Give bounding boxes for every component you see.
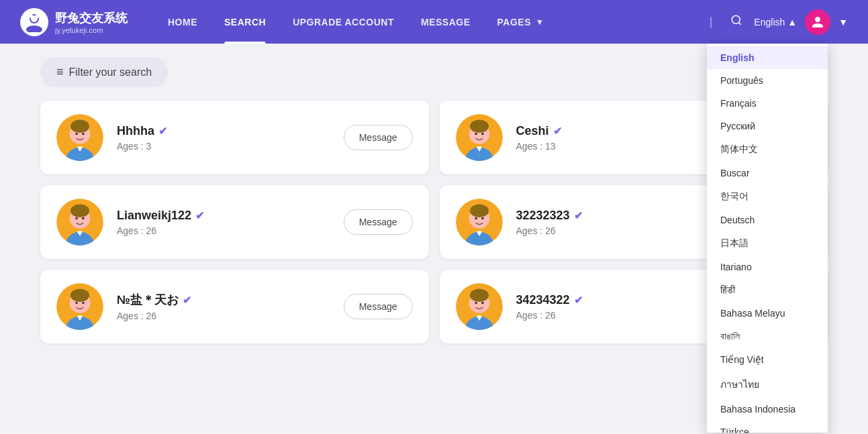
lang-option[interactable]: Buscar <box>707 162 828 184</box>
logo-title: 野兔交友系统 <box>55 10 128 26</box>
navbar-right: | English ▲ ▼ <box>703 9 848 35</box>
logo[interactable]: 野兔交友系统 jy.yetukeji.com <box>20 8 128 36</box>
svg-point-31 <box>82 302 85 305</box>
nav-home[interactable]: HOME <box>154 0 211 44</box>
svg-point-11 <box>82 133 85 135</box>
verified-icon: ✔ <box>574 294 583 307</box>
message-button[interactable]: Message <box>344 125 413 150</box>
profile-card: Lianweikj122 ✔ Ages : 26 Message <box>40 185 429 259</box>
svg-point-21 <box>82 217 85 220</box>
lang-option[interactable]: 한국어 <box>707 184 828 209</box>
search-icon[interactable] <box>727 11 746 33</box>
svg-point-5 <box>732 15 740 23</box>
svg-point-15 <box>475 133 477 135</box>
logo-subtitle: jy.yetukeji.com <box>55 26 128 34</box>
profile-info: Lianweikj122 ✔ Ages : 26 <box>117 209 330 236</box>
profile-avatar <box>56 199 103 246</box>
svg-point-19 <box>70 204 89 217</box>
filter-button[interactable]: ≡ Filter your search <box>40 57 168 87</box>
profile-name: Hhhha ✔ <box>117 124 330 138</box>
profile-info: 32232323 ✔ Ages : 26 <box>516 209 730 236</box>
verified-icon: ✔ <box>158 125 167 138</box>
message-button[interactable]: Message <box>344 294 413 319</box>
profile-card: Hhhha ✔ Ages : 3 Message <box>40 101 429 174</box>
profile-avatar <box>456 283 503 330</box>
profile-avatar <box>456 199 503 246</box>
nav-divider: | <box>703 15 720 29</box>
svg-point-14 <box>470 119 489 133</box>
verified-icon: ✔ <box>195 209 204 222</box>
lang-option[interactable]: Français <box>707 92 828 115</box>
svg-point-10 <box>75 133 78 135</box>
nav-pages[interactable]: PAGES ▼ <box>484 0 558 44</box>
nav-message[interactable]: MESSAGE <box>407 0 484 44</box>
user-dropdown-arrow-icon[interactable]: ▼ <box>838 17 848 28</box>
svg-point-29 <box>70 288 89 302</box>
profile-info: №盐＊天お ✔ Ages : 26 <box>117 292 330 321</box>
svg-point-30 <box>75 302 78 305</box>
svg-point-1 <box>26 25 42 32</box>
svg-point-20 <box>75 217 78 220</box>
profile-name: Ceshi ✔ <box>516 124 730 138</box>
language-selector[interactable]: English ▲ <box>754 17 797 28</box>
svg-point-34 <box>470 288 489 302</box>
lang-label: English <box>754 17 785 28</box>
verified-icon: ✔ <box>553 125 562 138</box>
profile-age: Ages : 3 <box>117 141 330 152</box>
lang-option[interactable]: Русский <box>707 115 828 138</box>
profile-name: №盐＊天お ✔ <box>117 292 330 308</box>
user-avatar[interactable] <box>805 9 830 35</box>
navbar: 野兔交友系统 jy.yetukeji.com HOME SEARCH UPGRA… <box>0 0 868 44</box>
lang-arrow-icon: ▲ <box>787 17 797 28</box>
svg-point-24 <box>470 204 489 217</box>
message-button[interactable]: Message <box>344 209 413 235</box>
lang-option[interactable]: ภาษาไทย <box>707 371 828 398</box>
profile-age: Ages : 13 <box>516 141 730 152</box>
profile-info: 34234322 ✔ Ages : 26 <box>516 293 730 321</box>
lang-option[interactable]: Bahasa Melayu <box>707 302 828 325</box>
profile-avatar <box>456 114 503 161</box>
lang-option[interactable]: 日本語 <box>707 231 828 256</box>
profile-info: Ceshi ✔ Ages : 13 <box>516 124 730 152</box>
lang-option[interactable]: English <box>707 46 828 69</box>
lang-option[interactable]: Bahasa Indonesia <box>707 398 828 421</box>
profile-name: Lianweikj122 ✔ <box>117 209 330 223</box>
profile-avatar <box>56 114 103 161</box>
svg-point-25 <box>475 217 477 220</box>
profile-name: 32232323 ✔ <box>516 209 730 223</box>
lang-option[interactable]: Itariano <box>707 256 828 278</box>
verified-icon: ✔ <box>183 294 191 307</box>
profile-age: Ages : 26 <box>117 225 330 236</box>
profile-age: Ages : 26 <box>516 310 730 321</box>
logo-icon <box>20 8 48 36</box>
lang-option[interactable]: हिंडी <box>707 278 828 302</box>
lang-option[interactable]: Türkçe <box>707 421 828 433</box>
nav-menu: HOME SEARCH UPGRADE ACCOUNT MESSAGE PAGE… <box>154 0 703 44</box>
svg-point-36 <box>481 302 484 305</box>
filter-label: Filter your search <box>69 66 152 78</box>
verified-icon: ✔ <box>574 209 583 222</box>
profile-info: Hhhha ✔ Ages : 3 <box>117 124 330 152</box>
svg-point-35 <box>475 302 477 305</box>
lang-option[interactable]: Tiếng Việt <box>707 348 828 371</box>
profile-age: Ages : 26 <box>117 311 330 321</box>
lang-option[interactable]: 简体中文 <box>707 138 828 162</box>
svg-line-6 <box>739 22 741 24</box>
profile-card: №盐＊天お ✔ Ages : 26 Message <box>40 270 429 343</box>
lang-option[interactable]: Deutsch <box>707 209 828 231</box>
nav-search[interactable]: SEARCH <box>211 0 279 44</box>
lang-option[interactable]: Português <box>707 69 828 92</box>
svg-point-9 <box>70 119 89 133</box>
language-dropdown: EnglishPortuguêsFrançaisРусский简体中文Busca… <box>707 44 828 433</box>
lang-option[interactable]: বাঙালি <box>707 325 828 348</box>
profile-avatar <box>56 283 103 330</box>
filter-icon: ≡ <box>56 65 64 79</box>
profile-name: 34234322 ✔ <box>516 293 730 307</box>
svg-point-16 <box>481 133 484 135</box>
nav-upgrade[interactable]: UPGRADE ACCOUNT <box>279 0 407 44</box>
svg-point-26 <box>481 217 484 220</box>
profile-age: Ages : 26 <box>516 225 730 236</box>
